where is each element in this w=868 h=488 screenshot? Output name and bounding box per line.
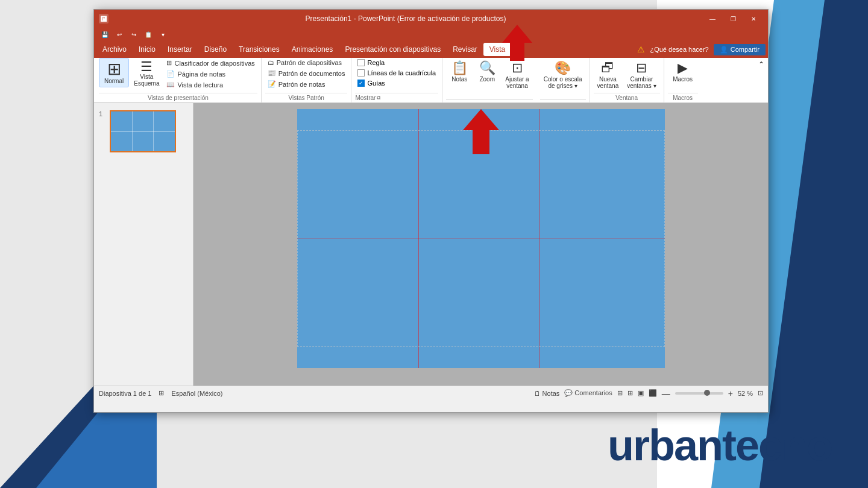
vista-esquema-icon: ☰ (140, 60, 153, 74)
patron-label: Vistas Patrón (265, 93, 348, 102)
ribbon-section-color: 🎨 Color o escalade grises ▾ (536, 58, 590, 102)
normal-view-icon: ⊞ (107, 61, 121, 78)
menu-archivo[interactable]: Archivo (96, 43, 133, 56)
more-qa-button[interactable]: ▾ (157, 29, 169, 40)
patron-content: 🗂 Patrón de diapositivas 📰 Patrón de doc… (265, 58, 348, 92)
close-button[interactable]: ✕ (744, 13, 763, 25)
help-text[interactable]: ¿Qué desea hacer? (650, 46, 708, 53)
menu-insertar[interactable]: Insertar (162, 43, 198, 56)
nueva-ventana-icon: 🗗 (601, 60, 614, 76)
slide-content-border (297, 130, 665, 347)
color-label: Color o escalade grises ▾ (544, 76, 582, 89)
cambiar-ventanas-label: Cambiarventanas ▾ (627, 76, 656, 89)
powerpoint-window: 🅿 Presentación1 - PowerPoint (Error de a… (93, 9, 769, 413)
status-right: 🗒 Notas 💬 Comentarios ⊞ ⊞ ▣ ⬛ — + 52 % ⊡ (534, 389, 763, 398)
svg-marker-1 (463, 109, 499, 154)
nueva-ventana-button[interactable]: 🗗 Nuevaventana (594, 58, 623, 92)
vista-esquema-button[interactable]: ☰ VistaEsquema (130, 58, 163, 89)
vistas-content: ⊞ Normal ☰ VistaEsquema ⊞ Clasifi (99, 58, 257, 92)
share-button[interactable]: 👤 Compartir (714, 44, 766, 55)
guias-label: Guías (367, 80, 385, 87)
mostrar-label: Mostrar ⧉ (355, 93, 438, 102)
patron-doc-label: Patrón de documentos (278, 70, 345, 77)
cambiar-ventanas-icon: ⊟ (636, 60, 647, 76)
menu-animaciones[interactable]: Animaciones (286, 43, 339, 56)
main-area: 1 (94, 103, 768, 386)
menu-revisar[interactable]: Revisar (447, 43, 483, 56)
pagina-notas-icon: 📄 (166, 70, 175, 78)
language-label: Español (México) (171, 390, 222, 397)
color-icon: 🎨 (555, 60, 571, 76)
color-button[interactable]: 🎨 Color o escalade grises ▾ (540, 58, 586, 92)
macros-label: Macros (673, 76, 693, 83)
menu-inicio[interactable]: Inicio (133, 43, 162, 56)
quick-access-toolbar: 💾 ↩ ↪ 📋 ▾ (94, 28, 768, 41)
pagina-notas-label: Página de notas (177, 70, 225, 78)
pagina-notas-button[interactable]: 📄 Página de notas (164, 69, 257, 79)
ribbon-collapse[interactable]: ⌃ (756, 58, 767, 102)
window-icon: 🅿 (99, 14, 108, 23)
ribbon-section-mostrar: Regla Líneas de la cuadrícula ✓ Guías (351, 58, 442, 102)
restore-button[interactable]: ❐ (723, 13, 743, 25)
share-icon: 👤 (720, 46, 728, 54)
ribbon-section-patron: 🗂 Patrón de diapositivas 📰 Patrón de doc… (262, 58, 352, 102)
patron-notas-button[interactable]: 📝 Patrón de notas (265, 79, 348, 89)
ajustar-ventana-button[interactable]: ⊡ Ajustar aventana (502, 58, 532, 92)
cambiar-ventanas-button[interactable]: ⊟ Cambiarventanas ▾ (623, 58, 659, 92)
vista-lectura-label: Vista de lectura (177, 81, 223, 89)
clasificador-button[interactable]: ⊞ Clasificador de diapositivas (164, 58, 257, 68)
notes-status-button[interactable]: 🗒 Notas (534, 390, 560, 397)
fit-window-status[interactable]: ⊡ (758, 389, 763, 397)
ribbon-section-macros: ▶ Macros Macros (664, 58, 702, 102)
clasificador-icon: ⊞ (166, 59, 172, 67)
normal-view-button[interactable]: ⊞ Normal (99, 58, 129, 87)
red-arrow-canvas (463, 109, 499, 156)
notas-button[interactable]: 📋 Notas (446, 58, 473, 85)
mostrar-expand-icon[interactable]: ⧉ (377, 95, 380, 101)
thumb-hline-1 (111, 131, 175, 132)
undo-qa-button[interactable]: ↩ (113, 29, 125, 40)
menu-transiciones[interactable]: Transiciones (233, 43, 286, 56)
redo-qa-button[interactable]: ↪ (128, 29, 140, 40)
slide-1-number: 1 (99, 110, 106, 117)
patron-notas-label: Patrón de notas (278, 81, 326, 88)
zoom-slider[interactable] (675, 392, 723, 395)
ribbon: ⊞ Normal ☰ VistaEsquema ⊞ Clasifi (94, 58, 768, 103)
lineas-checkbox[interactable]: Líneas de la cuadrícula (355, 68, 438, 78)
patron-diapositivas-button[interactable]: 🗂 Patrón de diapositivas (265, 58, 348, 67)
menu-diseno[interactable]: Diseño (198, 43, 233, 56)
menu-presentacion[interactable]: Presentación con diapositivas (339, 43, 447, 56)
zoom-label-group (446, 99, 532, 102)
slide-1-thumb[interactable]: 1 (96, 108, 190, 155)
zoom-icon: 🔍 (479, 60, 495, 76)
slide-sorter-status[interactable]: ⊞ (627, 389, 633, 397)
zoom-in-status[interactable]: + (728, 389, 733, 398)
normal-view-status[interactable]: ⊞ (617, 389, 623, 397)
zoom-button[interactable]: 🔍 Zoom (474, 58, 500, 85)
ajustar-icon: ⊡ (512, 60, 523, 76)
ribbon-section-zoom: 📋 Notas 🔍 Zoom (442, 58, 536, 102)
present-status[interactable]: ⬛ (649, 389, 657, 397)
vista-lectura-button[interactable]: 📖 Vista de lectura (164, 80, 257, 90)
save-qa-button[interactable]: 💾 (99, 29, 111, 40)
guias-checkbox[interactable]: ✓ Guías (355, 78, 438, 88)
collapse-icon: ⌃ (758, 60, 764, 69)
share-label: Compartir (731, 46, 760, 53)
fit-icon[interactable]: ⊞ (159, 389, 164, 397)
reading-view-status[interactable]: ▣ (638, 389, 644, 397)
comments-status-button[interactable]: 💬 Comentarios (564, 389, 612, 397)
present-qa-button[interactable]: 📋 (142, 29, 154, 40)
patron-documentos-button[interactable]: 📰 Patrón de documentos (265, 68, 348, 78)
zoom-out-status[interactable]: — (662, 389, 670, 398)
notas-label: Notas (451, 76, 467, 83)
menu-bar: Archivo Inicio Insertar Diseño Transicio… (94, 41, 768, 58)
minimize-button[interactable]: — (703, 13, 722, 25)
patron-diap-icon: 🗂 (268, 59, 274, 66)
patron-diap-label: Patrón de diapositivas (277, 59, 342, 66)
macros-button[interactable]: ▶ Macros (668, 58, 698, 85)
clasificador-label: Clasificador de diapositivas (174, 60, 254, 67)
regla-checkbox[interactable]: Regla (355, 58, 438, 67)
slide-info: Diapositiva 1 de 1 (99, 390, 151, 397)
window-controls[interactable]: — ❐ ✕ (703, 13, 763, 25)
mostrar-content: Regla Líneas de la cuadrícula ✓ Guías (355, 58, 438, 92)
